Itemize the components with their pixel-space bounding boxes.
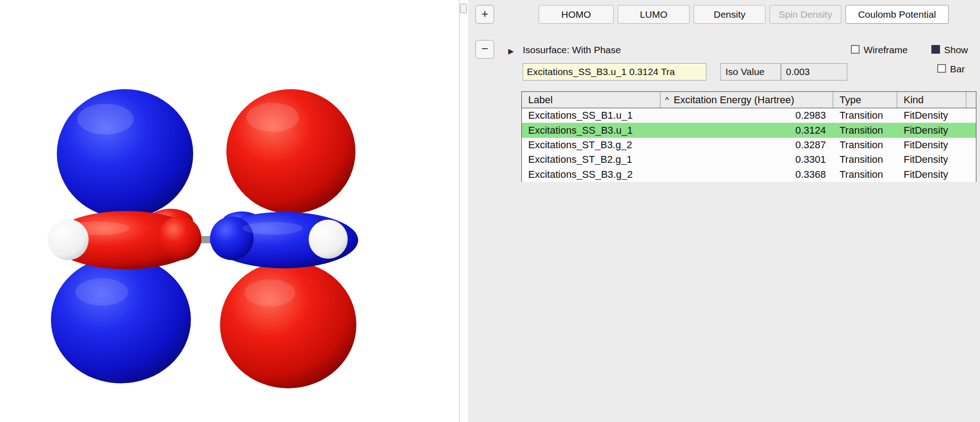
table-row[interactable]: Excitations_ST_B2.g_1 0.3301 Transition … <box>522 152 976 167</box>
remove-field-button[interactable]: − <box>475 40 494 59</box>
table-header-row: Label ^ Excitation Energy (Hartree) Type… <box>522 92 976 108</box>
cell-label: Excitations_ST_B3.g_2 <box>522 139 660 151</box>
field-type-buttons: HOMO LUMO Density Spin Density Coulomb P… <box>539 5 949 24</box>
selected-field-display[interactable]: Excitations_SS_B3.u_1 0.3124 Tra <box>523 63 706 80</box>
cell-kind: FitDensity <box>897 139 966 151</box>
bar-checkbox[interactable] <box>937 64 946 73</box>
tab-spin-density: Spin Density <box>770 5 841 24</box>
show-label[interactable]: Show <box>944 45 968 55</box>
cell-energy: 0.2983 <box>660 110 833 121</box>
table-row[interactable]: Excitations_ST_B3.g_2 0.3287 Transition … <box>522 138 976 152</box>
header-scroll-stub <box>966 92 976 108</box>
highlight <box>246 103 299 132</box>
highlight <box>66 221 130 235</box>
disclosure-triangle-icon[interactable]: ▶ <box>508 47 514 55</box>
cell-type: Transition <box>833 154 897 166</box>
application-window: + − HOMO LUMO Density Spin Density Coulo… <box>0 0 980 422</box>
iso-value-input[interactable] <box>781 63 847 80</box>
highlight <box>77 104 134 135</box>
header-type[interactable]: Type <box>833 92 897 108</box>
iso-value-label: Iso Value <box>720 63 781 80</box>
bar-label[interactable]: Bar <box>950 64 965 75</box>
positive-lobe-middle-left-tip <box>158 216 201 260</box>
cell-label: Excitations_SS_B3.g_2 <box>522 169 660 181</box>
cell-energy: 0.3301 <box>660 154 833 166</box>
tab-homo[interactable]: HOMO <box>539 5 614 24</box>
negative-lobe-middle-right-tip <box>210 216 254 260</box>
orbital-isosurface-render <box>0 0 459 422</box>
cell-kind: FitDensity <box>897 110 966 121</box>
cell-kind: FitDensity <box>897 125 966 136</box>
highlight <box>243 222 303 235</box>
cell-label: Excitations_SS_B3.u_1 <box>522 125 660 136</box>
wireframe-label[interactable]: Wireframe <box>864 45 908 55</box>
add-field-button[interactable]: + <box>475 5 494 24</box>
3d-viewport[interactable] <box>0 0 459 422</box>
table-row[interactable]: Excitations_SS_B1.u_1 0.2983 Transition … <box>522 108 976 123</box>
header-energy[interactable]: ^ Excitation Energy (Hartree) <box>660 92 833 108</box>
cell-type: Transition <box>833 169 897 181</box>
cell-energy: 0.3287 <box>660 139 833 151</box>
negative-lobe-bottom-left <box>51 256 191 383</box>
splitter-handle[interactable] <box>460 4 467 13</box>
cell-label: Excitations_ST_B2.g_1 <box>522 154 660 166</box>
excitations-table: Label ^ Excitation Energy (Hartree) Type… <box>521 91 976 182</box>
sort-ascending-icon: ^ <box>665 95 669 105</box>
isosurface-title: Isosurface: With Phase <box>523 45 621 55</box>
cell-kind: FitDensity <box>897 169 966 181</box>
show-checkbox[interactable] <box>931 45 940 54</box>
positive-lobe-bottom-right <box>220 261 356 388</box>
header-energy-label: Excitation Energy (Hartree) <box>674 94 794 106</box>
tab-lumo[interactable]: LUMO <box>618 5 690 24</box>
header-label[interactable]: Label <box>522 92 660 108</box>
cell-label: Excitations_SS_B1.u_1 <box>522 110 660 121</box>
table-row[interactable]: Excitations_SS_B3.g_2 0.3368 Transition … <box>522 167 976 182</box>
highlight <box>245 279 295 306</box>
cell-energy: 0.3124 <box>660 125 833 136</box>
tab-coulomb-potential[interactable]: Coulomb Potential <box>845 5 949 24</box>
wireframe-checkbox[interactable] <box>851 45 860 54</box>
cell-type: Transition <box>833 110 897 121</box>
fields-panel: + − HOMO LUMO Density Spin Density Coulo… <box>468 0 980 422</box>
table-row-selected[interactable]: Excitations_SS_B3.u_1 0.3124 Transition … <box>522 123 976 137</box>
header-kind[interactable]: Kind <box>897 92 966 108</box>
tab-density[interactable]: Density <box>694 5 765 24</box>
splitter-gutter <box>460 0 468 422</box>
cell-energy: 0.3368 <box>660 169 833 181</box>
atom-sphere-right <box>309 220 348 259</box>
cell-type: Transition <box>833 125 897 136</box>
cell-type: Transition <box>833 139 897 151</box>
highlight <box>75 278 128 306</box>
cell-kind: FitDensity <box>897 154 966 166</box>
